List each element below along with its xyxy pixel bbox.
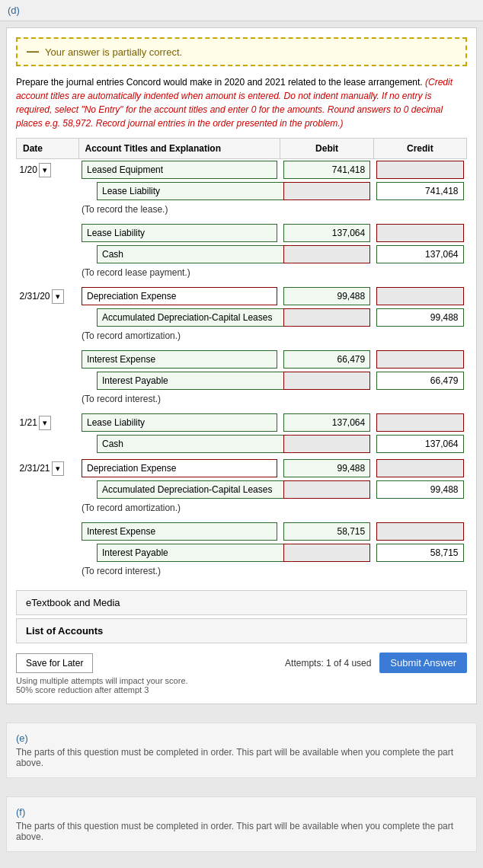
credit-cell (373, 244, 466, 265)
debit-input[interactable] (283, 182, 370, 200)
credit-input[interactable] (376, 224, 463, 242)
credit-input[interactable] (376, 350, 463, 369)
credit-input[interactable] (376, 413, 463, 432)
account-cell (78, 458, 280, 479)
table-row: 2/31/20▾ (17, 286, 467, 307)
part-e-section: (e) The parts of this question must be c… (6, 723, 477, 778)
credit-cell (373, 412, 466, 433)
bottom-bar: Save for Later Attempts: 1 of 4 used Sub… (16, 649, 467, 673)
debit-cell (280, 286, 373, 307)
credit-input[interactable] (376, 287, 463, 305)
debit-input[interactable] (283, 350, 370, 369)
submit-button[interactable]: Submit Answer (379, 653, 467, 673)
account-input[interactable] (97, 544, 293, 562)
debit-input[interactable] (283, 308, 370, 327)
credit-input[interactable] (376, 245, 463, 263)
credit-input[interactable] (376, 435, 463, 453)
debit-cell (280, 307, 373, 328)
instructions-main: Prepare the journal entries Concord woul… (16, 77, 423, 88)
partial-correct-banner: — Your answer is partially correct. (16, 37, 467, 66)
credit-input[interactable] (376, 308, 463, 327)
debit-cell (280, 159, 373, 181)
account-cell (78, 542, 280, 563)
debit-input[interactable] (283, 372, 370, 390)
account-cell (78, 349, 280, 370)
date-cell (17, 349, 79, 370)
debit-input[interactable] (283, 522, 370, 541)
part-e-locked-msg: The parts of this question must be compl… (16, 747, 467, 768)
account-input[interactable] (82, 522, 277, 541)
note-row: (To record interest.) (17, 391, 467, 409)
account-input[interactable] (82, 459, 277, 477)
date-text: 2/31/20 (20, 291, 50, 302)
date-cell (17, 542, 79, 563)
account-input[interactable] (82, 413, 277, 432)
account-cell (78, 244, 280, 265)
credit-input[interactable] (376, 161, 463, 179)
debit-input[interactable] (283, 459, 370, 477)
dash-icon: — (27, 45, 39, 59)
date-text: 1/21 (20, 417, 37, 428)
credit-input[interactable] (376, 372, 463, 390)
date-cell (17, 222, 79, 244)
instructions: Prepare the journal entries Concord woul… (16, 75, 467, 130)
credit-cell (373, 370, 466, 391)
credit-cell (373, 458, 466, 479)
credit-input[interactable] (376, 459, 463, 477)
account-input[interactable] (97, 435, 293, 453)
note-text: (To record interest.) (78, 563, 466, 581)
account-input[interactable] (97, 480, 293, 499)
table-row (17, 433, 467, 455)
debit-input[interactable] (283, 435, 370, 453)
etextbook-button[interactable]: eTextbook and Media (16, 590, 467, 615)
table-row (17, 222, 467, 244)
account-cell (78, 433, 280, 455)
table-row (17, 349, 467, 370)
credit-input[interactable] (376, 182, 463, 200)
account-input[interactable] (82, 224, 277, 242)
table-row (17, 307, 467, 328)
account-input[interactable] (97, 182, 293, 200)
account-cell (78, 479, 280, 500)
account-input[interactable] (97, 308, 293, 327)
main-content: — Your answer is partially correct. Prep… (6, 27, 477, 704)
date-chevron-button[interactable]: ▾ (39, 416, 51, 430)
date-cell: 2/31/21▾ (17, 458, 79, 479)
account-cell (78, 307, 280, 328)
date-chevron-button[interactable]: ▾ (39, 163, 51, 177)
credit-input[interactable] (376, 522, 463, 541)
debit-input[interactable] (283, 480, 370, 499)
part-e-label: (e) (16, 732, 467, 744)
date-cell (17, 521, 79, 542)
header-date: Date (17, 139, 79, 159)
debit-input[interactable] (283, 287, 370, 305)
credit-cell (373, 222, 466, 244)
debit-input[interactable] (283, 245, 370, 263)
debit-input[interactable] (283, 544, 370, 562)
credit-input[interactable] (376, 544, 463, 562)
table-row: 2/31/21▾ (17, 458, 467, 479)
account-input[interactable] (82, 350, 277, 369)
credit-cell (373, 286, 466, 307)
debit-input[interactable] (283, 161, 370, 179)
date-chevron-button[interactable]: ▾ (52, 461, 64, 476)
list-accounts-button[interactable]: List of Accounts (16, 618, 467, 643)
date-chevron-button[interactable]: ▾ (52, 289, 64, 304)
banner-text: Your answer is partially correct. (45, 46, 182, 58)
credit-cell (373, 479, 466, 500)
account-cell (78, 521, 280, 542)
credit-cell (373, 542, 466, 563)
save-button[interactable]: Save for Later (16, 653, 93, 673)
date-text: 1/20 (20, 164, 37, 175)
account-input[interactable] (97, 245, 293, 263)
credit-cell (373, 307, 466, 328)
account-input[interactable] (82, 161, 277, 179)
debit-input[interactable] (283, 224, 370, 242)
account-input[interactable] (82, 287, 277, 305)
note-text: (To record amortization.) (78, 500, 466, 518)
account-input[interactable] (97, 372, 293, 390)
note-text: (To record the lease.) (78, 202, 466, 219)
credit-input[interactable] (376, 480, 463, 499)
debit-input[interactable] (283, 413, 370, 432)
debit-cell (280, 222, 373, 244)
